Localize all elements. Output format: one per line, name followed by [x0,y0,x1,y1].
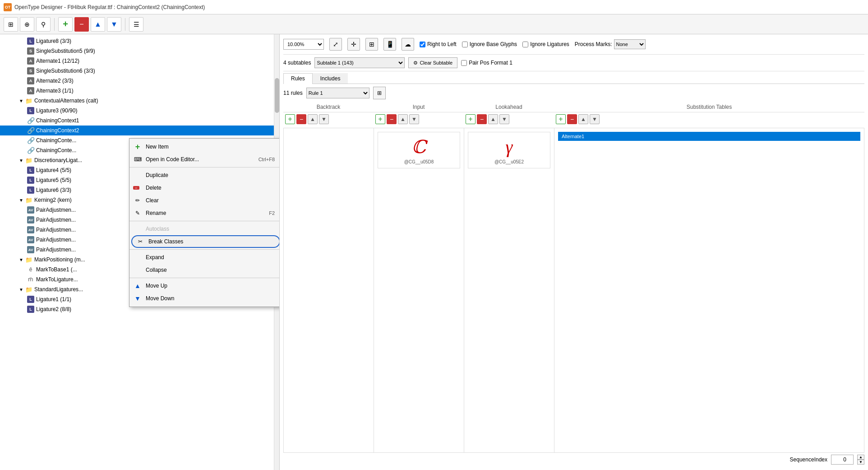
expand-icon-4[interactable]: ▼ [18,256,24,263]
input-glyph-name-1: @CG__u05D8 [404,159,434,164]
tree-item-ligature3[interactable]: L Ligature3 (90/90) [0,106,279,116]
ctx-clear[interactable]: ✏ Clear [129,194,280,207]
tree-scrollbar-thumb [275,78,279,113]
ctx-rename[interactable]: ✎ Rename F2 [129,207,280,219]
add-item-btn[interactable]: + [58,17,73,32]
subs-add-btn[interactable]: + [556,114,566,124]
backtrack-remove-btn[interactable]: − [296,114,306,124]
input-down-btn[interactable]: ▼ [409,114,419,124]
expand-icon-5[interactable]: ▼ [18,286,24,293]
table-view-btn[interactable]: ⊞ [4,17,18,32]
subs-col: Alternate1 [554,128,864,452]
input-actions: + − ▲ ▼ [374,113,464,125]
expand-icon-3[interactable]: ▼ [18,197,24,203]
tree-item-alternate1[interactable]: A Alternate1 (12/12) [0,56,279,66]
clear-subtable-btn[interactable]: ⚙ Clear Subtable [408,57,457,68]
tree-item-contextual-alternates[interactable]: ▼ 📁 ContextualAlternates (calt) [0,96,279,106]
icon-AV-1: AV [27,206,34,214]
subtable-select[interactable]: Subtable 1 (143) [314,57,405,68]
input-glyph-cell-1[interactable]: ℂ @CG__u05D8 [378,132,460,168]
input-col: ℂ @CG__u05D8 [374,128,464,452]
tree-item-ligature8[interactable]: L Ligature8 (3/3) [0,36,279,46]
tree-item-alternate2[interactable]: A Alternate2 (3/3) [0,76,279,86]
pair-pos-label: Pair Pos Format 1 [469,60,512,66]
pair-pos-checkbox[interactable] [461,60,467,66]
subtable-row: 4 subtables Subtable 1 (143) ⚙ Clear Sub… [283,55,864,71]
right-to-left-checkbox[interactable] [420,42,425,47]
main-toolbar: ⊞ ⊕ ⚲ + − ▲ ▼ ☰ [0,14,868,34]
backtrack-down-btn[interactable]: ▼ [319,114,329,124]
input-remove-btn[interactable]: − [387,114,397,124]
backtrack-add-btn[interactable]: + [285,114,295,124]
move-up-btn[interactable]: ▲ [91,17,105,32]
ctx-break-classes[interactable]: ✂ Break Classes [131,235,280,248]
zoom-fit-btn[interactable]: ⤢ [329,38,342,51]
main-layout: L Ligature8 (3/3) S SingleSubstitution5 … [0,34,868,470]
ctx-delete[interactable]: − Delete [129,181,280,194]
rules-row: 11 rules Rule 1 ⊞ [283,84,864,102]
remove-item-btn[interactable]: − [74,17,89,32]
move-down-btn[interactable]: ▼ [107,17,121,32]
folder-icon-3: 📁 [25,196,32,204]
seq-up-btn[interactable]: ▲ [857,455,864,460]
options-btn[interactable]: ☰ [129,17,143,32]
down-arrow-icon: ▼ [133,295,142,302]
subs-item-1[interactable]: Alternate1 [558,132,860,141]
ignore-base-label: Ignore Base Glyphs [470,41,517,47]
tab-rules[interactable]: Rules [283,73,313,84]
ctx-open-code[interactable]: ⌨ Open in Code Editor... Ctrl+F8 [129,153,280,166]
tab-includes[interactable]: Includes [313,73,348,84]
ctx-sep-2 [129,221,280,221]
ctx-move-down[interactable]: ▼ Move Down [129,292,280,305]
input-up-btn[interactable]: ▲ [398,114,408,124]
sequence-index-input[interactable] [831,455,854,465]
subs-remove-btn[interactable]: − [567,114,577,124]
tree-item-chaining2[interactable]: 🔗 ChainingContext2 [0,126,279,135]
lookahead-up-btn[interactable]: ▲ [488,114,498,124]
ctx-new-item[interactable]: + New Item [129,140,280,153]
find-glyph-btn[interactable]: ⊕ [20,17,34,32]
ctx-collapse[interactable]: Collapse [129,264,280,276]
lookahead-down-btn[interactable]: ▼ [499,114,509,124]
up-arrow-icon: ▲ [133,282,142,289]
tree-item-singlesub6[interactable]: S SingleSubstitution6 (3/3) [0,66,279,76]
subs-up-btn[interactable]: ▲ [578,114,588,124]
ctx-move-up[interactable]: ▲ Move Up [129,279,280,292]
process-marks-select[interactable]: None [614,39,646,49]
expand-icon-2[interactable]: ▼ [18,157,24,163]
expand-icon[interactable]: ▼ [18,98,24,104]
mobile-btn[interactable]: 📱 [383,38,396,51]
tabs-row: Rules Includes [283,73,864,84]
seq-down-btn[interactable]: ▼ [857,460,864,465]
folder-icon: 📁 [25,97,32,104]
lookahead-add-btn[interactable]: + [466,114,476,124]
backtrack-up-btn[interactable]: ▲ [308,114,318,124]
ignore-ligatures-checkbox[interactable] [522,42,528,47]
subs-down-btn[interactable]: ▼ [590,114,600,124]
grid-btn[interactable]: ⊞ [365,38,378,51]
ignore-base-checkbox[interactable] [462,42,468,47]
icon-L: L [27,37,34,45]
mark-icon-1: ê [27,266,34,273]
ctx-expand[interactable]: Expand [129,251,280,264]
crosshair-btn[interactable]: ✛ [347,38,360,51]
lookahead-remove-btn[interactable]: − [477,114,487,124]
lookahead-glyph-cell-1[interactable]: γ @CG__u05E2 [468,132,550,168]
icon-A: A [27,57,34,65]
chain-icon-4: 🔗 [27,147,34,154]
lookahead-glyph-symbol-1: γ [506,136,513,158]
toolbar-sep-2 [125,18,125,31]
zoom-select[interactable]: 10.00% [283,39,324,50]
input-add-btn[interactable]: + [375,114,385,124]
tree-item-chaining1[interactable]: 🔗 ChainingContext1 [0,116,279,126]
folder-icon-2: 📁 [25,157,32,164]
eraser-icon: ✏ [133,197,142,204]
ctx-duplicate[interactable]: Duplicate [129,169,280,181]
icon-L-5: L [27,186,34,194]
rule-grid-btn[interactable]: ⊞ [373,87,386,99]
binoculars-btn[interactable]: ⚲ [36,17,51,32]
cloud-btn[interactable]: ☁ [402,38,414,51]
rule-select[interactable]: Rule 1 [306,88,369,98]
tree-item-alternate3[interactable]: A Alternate3 (1/1) [0,86,279,96]
tree-item-singlesub5[interactable]: S SingleSubstitution5 (9/9) [0,46,279,56]
